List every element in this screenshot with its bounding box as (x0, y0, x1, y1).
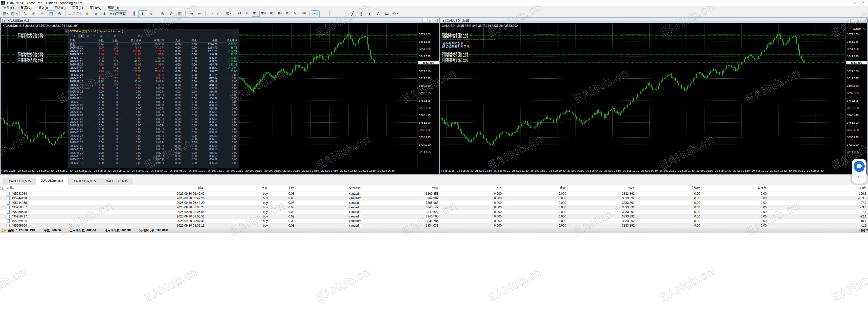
terminal-button[interactable]: ▤ (47, 10, 55, 17)
chart-minimize-button[interactable]: ─ (850, 19, 855, 23)
timeframe-mn-button[interactable]: MN (300, 11, 308, 17)
close-button[interactable]: × (859, 0, 868, 6)
terminal-close-button[interactable]: x (1, 186, 4, 190)
text-button[interactable]: A (374, 10, 382, 17)
menu-item-0[interactable]: 文件(F) (0, 6, 18, 10)
line-mode-button[interactable]: ∿ (147, 10, 155, 17)
orders-column-header[interactable]: 时间 (124, 185, 206, 191)
ea-tab-账户[interactable]: 账户 (112, 34, 121, 38)
dropdown-arrow-icon[interactable]: ▾ (7, 12, 8, 15)
orders-column-header[interactable]: 获利 (768, 185, 868, 191)
dropdown-arrow-icon[interactable]: ▾ (16, 12, 17, 15)
timeframe-m1-button[interactable]: M1 (236, 11, 244, 17)
orders-column-header[interactable]: 手续费 (636, 185, 702, 191)
order-row[interactable]: 4959442582025.09.30 06:48:20buy0.03xauus… (0, 201, 868, 205)
dropdown-arrow-icon[interactable]: ▾ (230, 12, 231, 15)
dropdown-arrow-icon[interactable]: ▾ (212, 12, 213, 15)
timeframe-m15-button[interactable]: M15 (252, 11, 260, 17)
menu-item-6[interactable]: 帮助(H) (105, 6, 122, 10)
market-watch-button[interactable]: ⇅ (21, 10, 30, 17)
chart-restore-button[interactable]: □ (428, 19, 432, 23)
chart-tab-0[interactable]: XAUUSDm,M15 (4, 178, 36, 185)
orders-column-header[interactable]: 止盈 (503, 185, 568, 191)
orders-column-header[interactable]: 止损 (440, 185, 503, 191)
tile-windows-button[interactable]: ▦ (176, 10, 184, 17)
chart-minimize-button[interactable]: ─ (422, 19, 427, 23)
ea-tab-日[interactable]: 日 (78, 34, 84, 38)
order-row[interactable]: 4959591182025.09.30 08:07:41buy0.03xauus… (0, 219, 868, 223)
dropdown-arrow-icon[interactable]: ▾ (221, 12, 222, 15)
strategy-tester-button[interactable]: ⊙ (55, 10, 64, 17)
chart-tab-3[interactable]: XAUUSDm,M15 (101, 178, 133, 185)
timeframe-m30-button[interactable]: M30 (260, 11, 268, 17)
indicators-button[interactable]: +▾ (207, 10, 215, 17)
chart-tab-2[interactable]: XAUUSDm,M15 (68, 178, 101, 185)
order-row[interactable]: 4959439342025.09.30 06:45:02buy0.03xauus… (0, 191, 868, 196)
new-order-button[interactable]: ▭新订单 (67, 10, 83, 17)
candlestick-plot-right[interactable] (440, 23, 845, 168)
orders-column-header[interactable]: 手数 (269, 185, 296, 191)
auto-scroll-button[interactable]: ⇥ (187, 10, 195, 17)
horizontal-line-button[interactable]: ─ (340, 10, 348, 17)
order-row[interactable]: 4959585802025.09.30 08:06:04buy0.03xauus… (0, 210, 868, 214)
timeframe-d1-button[interactable]: D1 (284, 11, 292, 17)
text-label-button[interactable]: ▭ (382, 10, 391, 17)
menu-item-3[interactable]: 图表(C) (51, 6, 69, 10)
chat-drag-handle-icon[interactable] (857, 176, 861, 178)
arrows-button[interactable]: ◇▾ (391, 10, 400, 17)
dropdown-arrow-icon[interactable]: ▾ (397, 12, 398, 15)
ea-tab-季[interactable]: 季 (98, 34, 104, 38)
order-row[interactable]: 4959441302025.09.30 06:47:26buy0.03xauus… (0, 196, 868, 201)
vertical-line-button[interactable]: │ (331, 10, 340, 17)
minimize-button[interactable]: – (842, 0, 851, 6)
data-window-button[interactable]: ◎ (30, 10, 38, 17)
signals-button[interactable]: ◉ (100, 10, 109, 17)
menu-item-4[interactable]: 工具(T) (69, 6, 86, 10)
ea-panel-collapse-button[interactable]: – (65, 29, 69, 33)
chart-close-button[interactable]: × (861, 19, 866, 23)
ea-tab-周[interactable]: 周 (85, 34, 91, 38)
ea-tab-综[interactable]: 综 (71, 34, 77, 38)
autotrading-button[interactable]: ●自动交易 (109, 10, 127, 17)
price-axis-right[interactable]: 3871.1003861.3653851.6303841.8953822.130… (845, 23, 867, 168)
equidistant-channel-button[interactable]: ∥ (357, 10, 365, 17)
ea-tab-历史[interactable]: 历史 (136, 34, 145, 38)
orders-column-header[interactable]: 交易品种 (296, 185, 363, 191)
templates-button[interactable]: ▧▾ (224, 10, 232, 17)
mql-community-button[interactable]: ☻ (92, 10, 100, 17)
order-row[interactable]: 4959587172025.09.30 08:06:53buy0.03xauus… (0, 214, 868, 219)
orders-column-header[interactable]: 价格 (568, 185, 636, 191)
timeframe-m5-button[interactable]: M5 (244, 11, 252, 17)
maximize-button[interactable]: □ (851, 0, 859, 6)
menu-item-5[interactable]: 窗口(W) (86, 6, 105, 10)
chart-restore-button[interactable]: □ (856, 19, 860, 23)
ea-tab-年[interactable]: 年 (105, 34, 111, 38)
orders-column-header[interactable]: 价格 (363, 185, 440, 191)
chart-tab-1[interactable]: XAUUSDm,M15 (36, 177, 69, 185)
timeframe-h4-button[interactable]: H4 (276, 11, 284, 17)
chart-window-right-titlebar[interactable]: ▮ XAUUSDm,M15 ─ □ × (440, 18, 867, 24)
chart-window-left-titlebar[interactable]: ▮ XAUUSDm,M15 ─ □ × (1, 18, 439, 24)
ea-tab-月[interactable]: 月 (91, 34, 98, 38)
candle-mode-button[interactable]: ▮ (138, 10, 147, 17)
crosshair-button[interactable]: + (319, 10, 328, 17)
zoom-in-button[interactable]: ⊕ (158, 10, 167, 17)
profiles-button[interactable]: ▤▾ (10, 10, 18, 17)
chat-widget[interactable] (852, 159, 866, 184)
timeframe-w1-button[interactable]: W1 (292, 11, 300, 17)
new-chart-button[interactable]: ▦▾ (1, 10, 10, 17)
timeframe-h1-button[interactable]: H1 (268, 11, 276, 17)
orders-column-header[interactable]: 库存费 (702, 185, 768, 191)
chart-close-button[interactable]: × (433, 19, 438, 23)
order-row[interactable]: 4959597642025.09.30 08:09:13buy0.03xauus… (0, 223, 868, 228)
metaeditor-button[interactable]: ◆ (83, 10, 92, 17)
menu-item-2[interactable]: 插入(I) (35, 6, 51, 10)
bar-chart-mode-button[interactable]: ╫ (130, 10, 138, 17)
time-axis-right[interactable]: 24 Sep 202524 Sep 23:3225 Sep 03:3025 Se… (440, 168, 867, 174)
zoom-out-button[interactable]: ⊖ (167, 10, 176, 17)
chart-shift-button[interactable]: ⇤ (195, 10, 204, 17)
orders-column-header[interactable]: 订单 / (0, 185, 124, 191)
price-axis-left[interactable]: 3871.1003861.3653851.6303841.8953822.130… (417, 23, 439, 168)
orders-column-header[interactable]: 类型 (206, 185, 269, 191)
navigator-button[interactable]: ★ (38, 10, 47, 17)
